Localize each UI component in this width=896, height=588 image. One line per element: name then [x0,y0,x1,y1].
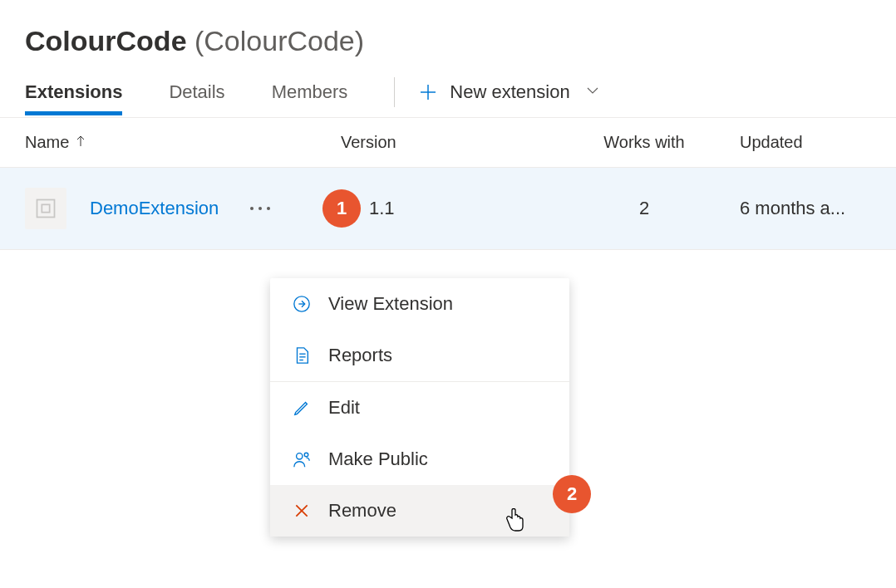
people-icon [290,450,313,468]
more-actions-button[interactable] [249,205,272,212]
cell-name: DemoExtension [25,188,341,229]
pencil-icon [290,399,313,417]
col-header-version[interactable]: Version [341,133,549,152]
arrow-right-circle-icon [290,295,313,313]
tab-details[interactable]: Details [169,81,224,113]
col-header-works-with[interactable]: Works with [549,133,740,152]
new-extension-label: New extension [450,81,569,103]
badge-text: 2 [567,483,577,505]
extensions-table: Name Version Works with Updated DemoExte… [0,118,896,250]
annotation-badge-2: 2 [553,475,591,513]
svg-rect-3 [37,200,55,218]
tab-label: Extensions [25,81,122,102]
x-icon [290,502,313,519]
sort-asc-icon [74,133,87,152]
menu-label: Reports [328,345,392,366]
tab-label: Details [169,81,224,102]
document-icon [290,346,313,365]
menu-item-view-extension[interactable]: View Extension [270,278,569,330]
works-with-text: 2 [639,198,649,218]
svg-point-7 [267,207,270,210]
menu-item-edit[interactable]: Edit [270,382,569,434]
cell-updated: 6 months a... [740,198,871,219]
svg-point-15 [304,453,308,457]
tabs-row: Extensions Details Members New extension [0,77,896,118]
svg-point-5 [250,207,254,210]
col-header-updated[interactable]: Updated [740,133,871,152]
page-title: ColourCode (ColourCode) [25,25,871,57]
context-menu: View Extension Reports Edit Make Public … [270,278,569,537]
menu-item-reports[interactable]: Reports [270,330,569,381]
svg-point-6 [258,207,262,210]
cell-works-with: 2 [549,198,740,219]
cursor-icon [505,508,527,537]
annotation-badge-1: 1 [322,189,361,228]
header-label: Name [25,133,69,152]
menu-label: Make Public [328,448,428,470]
badge-text: 1 [337,198,347,219]
cell-version: 1.1 [341,198,549,219]
divider [394,77,395,107]
title-main: ColourCode [25,25,187,56]
header-label: Updated [740,133,803,151]
page-header: ColourCode (ColourCode) [0,0,896,57]
header-label: Works with [603,133,684,151]
extension-name-link[interactable]: DemoExtension [90,198,219,219]
menu-item-make-public[interactable]: Make Public [270,434,569,485]
svg-rect-4 [42,204,49,212]
plus-icon [418,82,438,102]
menu-label: Remove [328,500,396,522]
svg-point-14 [297,453,303,459]
tab-label: Members [272,81,348,102]
menu-label: Edit [328,397,360,419]
tab-extensions[interactable]: Extensions [25,81,122,113]
updated-text: 6 months a... [740,198,845,218]
tab-members[interactable]: Members [272,81,348,113]
new-extension-button[interactable]: New extension [418,81,599,113]
chevron-down-icon [585,81,600,103]
table-header: Name Version Works with Updated [0,118,896,168]
menu-label: View Extension [328,293,453,315]
extension-icon [25,188,66,229]
version-text: 1.1 [369,198,395,219]
header-label: Version [341,133,396,151]
table-row[interactable]: DemoExtension 1.1 2 6 months a... [0,168,896,250]
col-header-name[interactable]: Name [25,133,341,152]
title-suffix: (ColourCode) [187,25,365,56]
